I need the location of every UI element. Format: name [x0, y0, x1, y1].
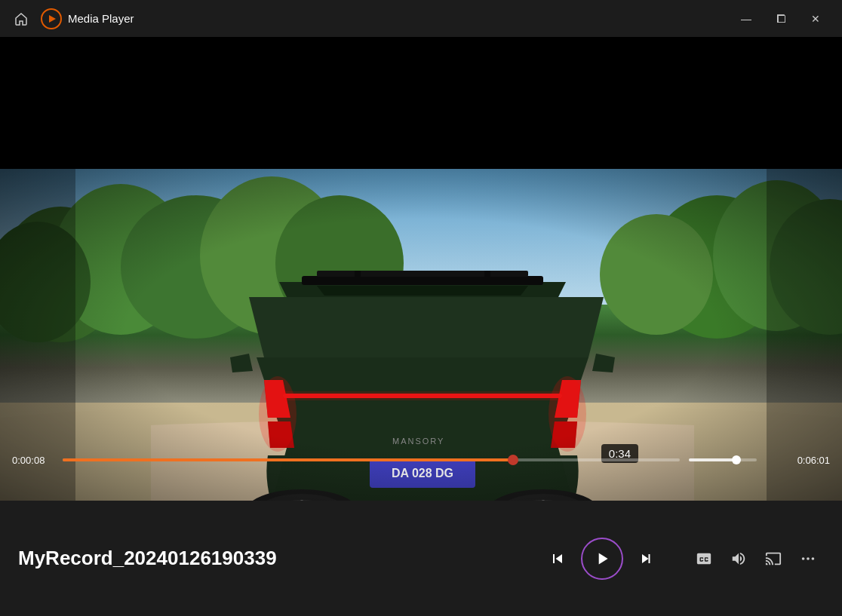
volume-track[interactable] [689, 458, 757, 461]
playback-controls [540, 538, 664, 580]
progress-played [63, 458, 513, 461]
restore-button[interactable]: ⧠ [764, 7, 798, 31]
app-title: Media Player [68, 12, 729, 25]
close-button[interactable]: ✕ [798, 7, 833, 31]
progress-row: 0:00:08 0:06:01 [12, 449, 830, 470]
video-black-area [0, 37, 842, 169]
home-button[interactable] [9, 7, 33, 31]
progress-area: 0:00:08 0:06:01 [0, 449, 842, 501]
right-controls [688, 543, 824, 575]
titlebar: Media Player — ⧠ ✕ [0, 0, 842, 37]
svg-point-52 [807, 557, 810, 560]
progress-thumb[interactable] [508, 455, 518, 465]
captions-button[interactable] [688, 543, 720, 575]
more-options-button[interactable] [792, 543, 824, 575]
progress-track[interactable] [63, 458, 680, 461]
next-button[interactable] [629, 541, 664, 576]
controls-bar: MyRecord_20240126190339 [0, 501, 842, 616]
svg-point-53 [812, 557, 815, 560]
volume-button[interactable] [723, 543, 754, 575]
window-controls: — ⧠ ✕ [729, 7, 833, 31]
cast-button[interactable] [757, 543, 789, 575]
play-button[interactable] [581, 538, 623, 580]
video-player[interactable]: DA 028 DG [0, 37, 842, 501]
volume-thumb[interactable] [732, 455, 741, 464]
app-logo [41, 8, 62, 29]
svg-marker-1 [49, 15, 56, 23]
minimize-button[interactable]: — [729, 7, 764, 31]
svg-point-51 [802, 557, 805, 560]
prev-button[interactable] [540, 541, 575, 576]
volume-filled [689, 458, 736, 461]
volume-area [689, 458, 779, 461]
file-title: MyRecord_20240126190339 [18, 547, 516, 570]
time-current: 0:00:08 [12, 455, 54, 466]
time-total: 0:06:01 [788, 455, 830, 466]
